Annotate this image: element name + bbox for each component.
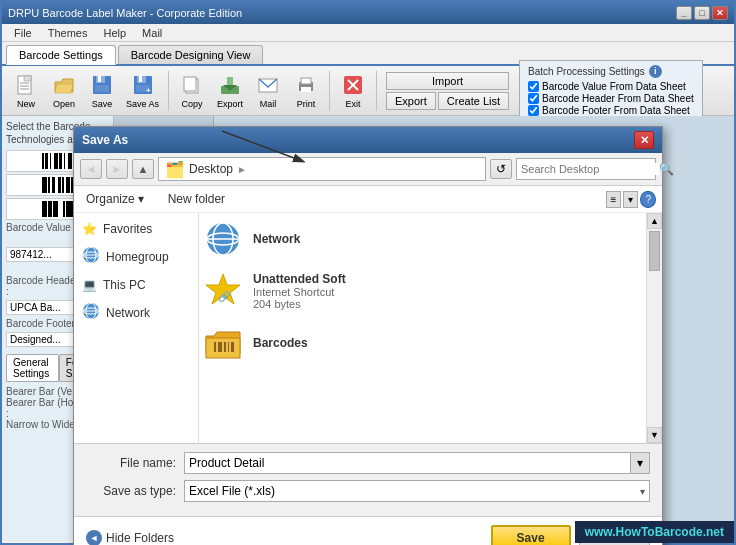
print-button[interactable]: Print <box>288 70 324 111</box>
info-icon: i <box>649 65 662 78</box>
view-mode-button[interactable]: ≡ <box>606 191 622 208</box>
unattended-file-icon: 🔗 <box>203 271 243 311</box>
exit-button[interactable]: Exit <box>335 70 371 111</box>
export-icon <box>216 72 244 98</box>
new-folder-button[interactable]: New folder <box>162 190 231 208</box>
svg-rect-1 <box>24 76 31 81</box>
svg-rect-11 <box>139 76 142 82</box>
filename-label: File name: <box>86 456 176 470</box>
export-toolbar-label: Export <box>217 99 243 109</box>
nav-back-button[interactable]: ◄ <box>80 159 102 179</box>
batch-checkbox-header-input[interactable] <box>528 93 539 104</box>
sidebar-item-favorites[interactable]: ⭐ Favorites <box>74 217 198 241</box>
view-buttons: ≡ ▾ ? <box>606 191 656 208</box>
save-as-button[interactable]: + Save As <box>122 70 163 111</box>
maximize-button[interactable]: □ <box>694 6 710 20</box>
menu-help[interactable]: Help <box>95 26 134 40</box>
main-window: DRPU Barcode Label Maker - Corporate Edi… <box>0 0 736 545</box>
export-toolbar-button[interactable]: Export <box>212 70 248 111</box>
batch-checkbox-value-input[interactable] <box>528 81 539 92</box>
scroll-up-arrow[interactable]: ▲ <box>647 213 662 229</box>
website-banner: www.HowToBarcode.net <box>575 521 734 543</box>
network-file-info: Network <box>253 232 642 246</box>
minimize-button[interactable]: _ <box>676 6 692 20</box>
filename-row: File name: ▾ <box>86 452 650 474</box>
svg-rect-21 <box>301 78 311 84</box>
sidebar-item-this-pc[interactable]: 💻 This PC <box>74 273 198 297</box>
file-item-barcodes[interactable]: Barcodes <box>199 317 646 369</box>
dialog-title-bar: Save As ✕ <box>74 127 662 153</box>
svg-rect-22 <box>301 87 311 92</box>
dialog-title: Save As <box>82 133 128 147</box>
filename-input[interactable] <box>184 452 631 474</box>
nav-forward-button[interactable]: ► <box>106 159 128 179</box>
organize-button[interactable]: Organize ▾ <box>80 190 150 208</box>
pc-icon: 💻 <box>82 278 97 292</box>
file-item-network[interactable]: Network <box>199 213 646 265</box>
organize-arrow-icon: ▾ <box>138 192 144 206</box>
copy-label: Copy <box>182 99 203 109</box>
create-list-button[interactable]: Create List <box>438 92 509 110</box>
svg-text:+: + <box>146 86 151 95</box>
batch-checkbox-3[interactable]: Barcode Footer From Data Sheet <box>528 105 694 116</box>
search-box[interactable]: 🔍 <box>516 158 656 180</box>
svg-rect-41 <box>214 342 216 352</box>
filename-dropdown-arrow[interactable]: ▾ <box>630 452 650 474</box>
nav-location-arrow-icon: ► <box>237 164 247 175</box>
import-button[interactable]: Import <box>386 72 509 90</box>
export-button[interactable]: Export <box>386 92 436 110</box>
svg-rect-45 <box>231 342 234 352</box>
save-as-label: Save As <box>126 99 159 109</box>
search-icon: 🔍 <box>659 162 674 176</box>
hide-folders-button[interactable]: ◄ Hide Folders <box>86 530 174 545</box>
search-input[interactable] <box>521 163 659 175</box>
scroll-thumb[interactable] <box>649 231 660 271</box>
menu-file[interactable]: File <box>6 26 40 40</box>
close-window-button[interactable]: ✕ <box>712 6 728 20</box>
tab-barcode-designing[interactable]: Barcode Designing View <box>118 45 264 64</box>
dialog-close-button[interactable]: ✕ <box>634 131 654 149</box>
new-label: New <box>17 99 35 109</box>
save-button[interactable]: Save <box>491 525 571 545</box>
open-button[interactable]: Open <box>46 70 82 111</box>
nav-refresh-button[interactable]: ↺ <box>490 159 512 179</box>
network-icon <box>82 302 100 324</box>
filetype-dropdown[interactable]: Excel File (*.xls) ▾ <box>184 480 650 502</box>
save-as-icon: + <box>129 72 157 98</box>
file-item-unattended[interactable]: 🔗 Unattended Soft Internet Shortcut 204 … <box>199 265 646 317</box>
window-controls: _ □ ✕ <box>676 6 728 20</box>
help-button[interactable]: ? <box>640 191 656 208</box>
view-dropdown-button[interactable]: ▾ <box>623 191 638 208</box>
copy-button[interactable]: Copy <box>174 70 210 111</box>
filetype-label: Save as type: <box>86 484 176 498</box>
menu-mail[interactable]: Mail <box>134 26 170 40</box>
mail-icon <box>254 72 282 98</box>
tab-barcode-settings[interactable]: Barcode Settings <box>6 45 116 65</box>
save-icon <box>88 72 116 98</box>
svg-rect-43 <box>224 342 226 352</box>
svg-rect-42 <box>218 342 222 352</box>
batch-checkbox-footer-input[interactable] <box>528 105 539 116</box>
file-scrollbar[interactable]: ▲ ▼ <box>646 213 662 443</box>
sidebar-item-network[interactable]: Network <box>74 297 198 329</box>
batch-checkbox-1[interactable]: Barcode Value From Data Sheet <box>528 81 694 92</box>
nav-location-bar[interactable]: 🗂️ Desktop ► <box>158 157 486 181</box>
mail-button[interactable]: Mail <box>250 70 286 111</box>
nav-up-button[interactable]: ▲ <box>132 159 154 179</box>
batch-checkbox-2[interactable]: Barcode Header From Data Sheet <box>528 93 694 104</box>
sidebar-item-homegroup[interactable]: Homegroup <box>74 241 198 273</box>
new-button[interactable]: New <box>8 70 44 111</box>
batch-settings-title: Batch Processing Settings <box>528 66 645 77</box>
filetype-row: Save as type: Excel File (*.xls) ▾ <box>86 480 650 502</box>
svg-rect-7 <box>98 76 101 82</box>
save-toolbar-button[interactable]: Save <box>84 70 120 111</box>
scroll-track <box>647 229 662 427</box>
scroll-down-arrow[interactable]: ▼ <box>647 427 662 443</box>
filetype-dropdown-arrow: ▾ <box>640 486 645 497</box>
refresh-icon: ↺ <box>496 162 506 176</box>
file-toolbar: Organize ▾ New folder ≡ ▾ ? <box>74 186 662 213</box>
svg-rect-44 <box>228 342 229 352</box>
menu-themes[interactable]: Themes <box>40 26 96 40</box>
form-area: File name: ▾ Save as type: Excel File (*… <box>74 443 662 516</box>
title-bar: DRPU Barcode Label Maker - Corporate Edi… <box>2 2 734 24</box>
